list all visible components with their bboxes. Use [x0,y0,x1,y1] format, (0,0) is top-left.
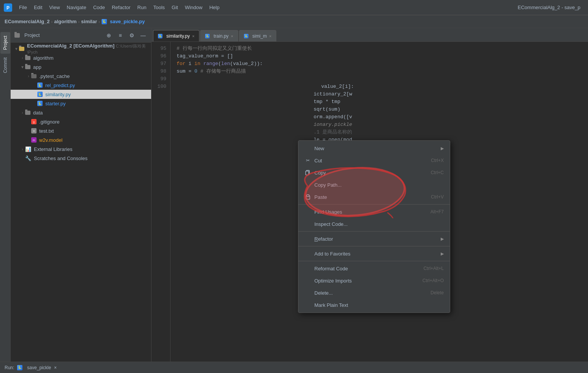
breadcrumb: ECommercialAlg_2 › algorithm › similar ›… [0,15,588,28]
tree-scratches-icon: 🔧 [25,156,31,161]
tree-ext-lib-arrow: › [20,146,25,152]
tree-w2v-icon: m [31,137,37,143]
tree-app[interactable]: ▼ app [11,62,151,71]
tree-root[interactable]: ▼ ECommercialAlg_2 [EComAlgorithm] C:\Us… [11,44,151,53]
tab-simi-m[interactable]: 🐍 simi_m × [239,30,276,41]
ctx-refactor[interactable]: Refactor ▶ [298,233,450,245]
tree-app-icon [25,65,30,69]
tab-train-close[interactable]: × [231,34,233,38]
menu-edit[interactable]: Edit [31,3,45,12]
menu-help[interactable]: Help [206,3,223,12]
tree-w2v-label: w2v.model [39,137,62,143]
ctx-mark-plain[interactable]: Mark Plain Text [298,299,450,311]
tree-gitignore[interactable]: › g .gitignore [11,117,151,126]
breadcrumb-project[interactable]: ECommercialAlg_2 [5,19,50,24]
breadcrumb-path2[interactable]: similar [81,19,97,24]
menu-window[interactable]: Window [182,3,206,12]
code-line-extra1: value_2[i]: [321,83,582,90]
ctx-optimize-imports[interactable]: Optimize Imports Ctrl+Alt+O [298,275,450,287]
ctx-delete[interactable]: Delete... Delete [298,287,450,299]
menu-tools[interactable]: Tools [150,3,168,12]
tree-w2v-model[interactable]: › m w2v.model [11,135,151,144]
panel-btn-globe[interactable]: ⊕ [105,31,113,40]
tree-algorithm-label: algorithm [33,55,53,61]
tab-similarity[interactable]: 🐍 similarity.py × [153,30,199,41]
tree-similarity[interactable]: › 🐍 similarity.py [11,90,151,99]
run-close[interactable]: × [54,365,57,370]
ctx-mark-plain-label: Mark Plain Text [314,302,444,308]
menu-view[interactable]: View [46,3,63,12]
breadcrumb-file[interactable]: save_pickle.py [110,19,145,24]
tree-similarity-icon: 🐍 [37,92,43,97]
ctx-add-favorites-arrow: ▶ [441,251,444,256]
ctx-cut-shortcut: Ctrl+X [431,158,444,163]
ctx-delete-shortcut: Delete [430,290,444,295]
tree-starter[interactable]: › 🐍 starter.py [11,99,151,108]
breadcrumb-path1[interactable]: algorithm [54,19,76,24]
tab-simi-m-close[interactable]: × [269,34,271,38]
run-label: Run: [5,365,14,370]
ctx-sep2 [298,231,450,232]
ctx-copy-path[interactable]: Copy Path... [298,179,450,191]
ctx-paste-shortcut: Ctrl+V [431,194,444,200]
tree-algorithm[interactable]: › algorithm [11,53,151,62]
tree-root-label: ECommercialAlg_2 [EComAlgorithm] C:\User… [27,43,148,55]
ctx-add-favorites[interactable]: Add to Favorites ▶ [298,248,450,260]
menu-navigate[interactable]: Navigate [64,3,89,12]
tree-scratches[interactable]: › 🔧 Scratches and Consoles [11,154,151,163]
panel-btn-minimize[interactable]: — [139,31,147,40]
tree-rel-predict[interactable]: › 🐍 rel_predict.py [11,81,151,90]
tree-pytest-label: .pytest_cache [39,73,70,79]
code-line-99 [177,75,582,83]
bottom-bar: Run: 🐍 save_pickle × [0,362,588,373]
side-tab-commit[interactable]: Commit [0,54,10,77]
ctx-copy[interactable]: Copy Ctrl+C [298,167,450,179]
menu-git[interactable]: Git [169,3,181,12]
menu-refactor[interactable]: Refactor [109,3,134,12]
tree-ext-lib[interactable]: › 📊 External Libraries [11,144,151,154]
line-num-99: 99 [151,75,166,83]
code-line-95: # 行每一行向同拟定又义门重使长 [177,45,582,52]
tree-pytest-icon [31,74,37,78]
breadcrumb-sep2: › [78,19,80,24]
tab-train[interactable]: 🐍 train.py × [200,30,238,41]
tab-simi-m-label: simi_m [252,33,267,39]
panel-btn-align[interactable]: ≡ [116,31,124,40]
ctx-reformat-shortcut: Ctrl+Alt+L [424,266,444,271]
ctx-inspect-code[interactable]: Inspect Code... [298,218,450,230]
tree-algorithm-icon [25,56,30,60]
ctx-paste[interactable]: Paste Ctrl+V [298,191,450,203]
tree-gitignore-label: .gitignore [39,119,59,125]
tree-gitignore-icon: g [31,119,37,124]
ctx-reformat[interactable]: Reformat Code Ctrl+Alt+L [298,262,450,275]
run-icon: 🐍 [17,365,22,370]
ctx-cut-icon: ✂ [304,157,311,164]
menu-run[interactable]: Run [134,3,150,12]
tree-testtxt[interactable]: › ≡ test.txt [11,126,151,135]
tree-data[interactable]: › data [11,108,151,117]
tree-ext-lib-icon: 📊 [25,146,31,152]
ctx-cut-label: Cut [314,158,423,163]
menu-code[interactable]: Code [90,3,108,12]
svg-text:P: P [6,5,10,11]
code-line-extra6: ionary.pickle [314,121,582,129]
ctx-reformat-label: Reformat Code [314,266,416,271]
ctx-find-usages[interactable]: Find Usages Alt+F7 [298,206,450,218]
ctx-refactor-label: Refactor [314,236,438,242]
project-panel: Project ⊕ ≡ ⚙ — ▼ ECommercialAlg_2 [ECom… [11,28,151,362]
line-num-97: 97 [151,60,166,68]
line-num-96: 96 [151,52,166,60]
ctx-sep3 [298,246,450,246]
ctx-new[interactable]: New ▶ [298,142,450,154]
side-tab-project[interactable]: Project [0,32,10,54]
tree-pytest[interactable]: › .pytest_cache [11,71,151,81]
panel-btn-settings[interactable]: ⚙ [127,31,136,40]
ctx-cut[interactable]: ✂ Cut Ctrl+X [298,154,450,167]
ctx-new-icon [304,145,311,152]
line-num-95: 95 [151,45,166,52]
context-menu: New ▶ ✂ Cut Ctrl+X Copy Ctrl+C [298,140,450,313]
tab-similarity-close[interactable]: × [192,34,194,38]
menu-file[interactable]: File [16,3,30,12]
ctx-copy-label: Copy [314,170,423,176]
tree-data-arrow: › [20,110,25,115]
